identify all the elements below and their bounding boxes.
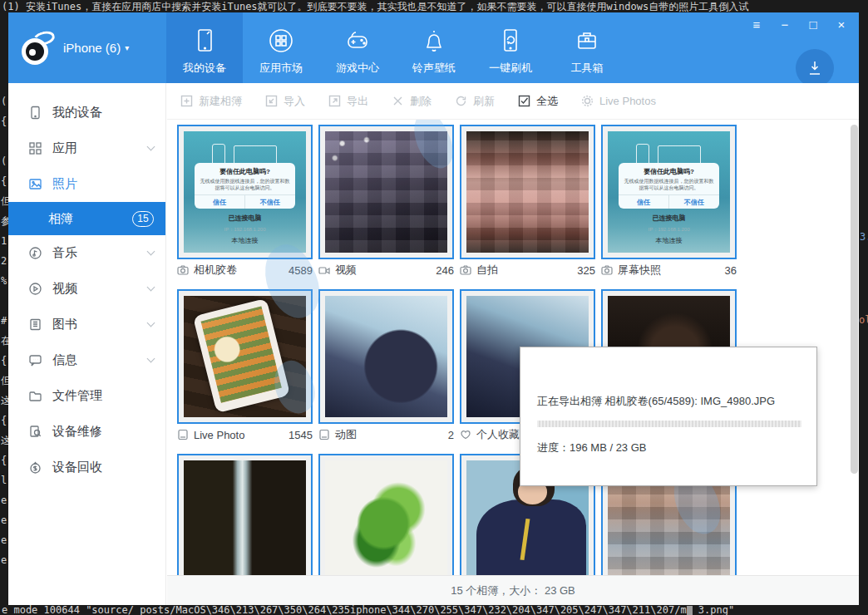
album-name: 动图 bbox=[335, 427, 357, 442]
sidebar-item-music[interactable]: 音乐 bbox=[8, 235, 165, 271]
album-tile-videos[interactable] bbox=[318, 125, 454, 259]
nav-tab-label: 铃声壁纸 bbox=[412, 61, 456, 76]
album-name: 相机胶卷 bbox=[194, 263, 237, 278]
album-label: 相机胶卷 4589 bbox=[177, 263, 313, 278]
progress-label: 进度： bbox=[537, 441, 570, 454]
repair-icon bbox=[28, 425, 42, 439]
album-tile-gif[interactable] bbox=[318, 289, 454, 424]
close-button[interactable]: × bbox=[832, 17, 851, 32]
nav-tab-app-market[interactable]: 应用市场 bbox=[243, 12, 319, 83]
live-photos-button[interactable]: Live Photos bbox=[581, 95, 656, 107]
sidebar-item-my-device[interactable]: 我的设备 bbox=[8, 95, 165, 130]
video-icon bbox=[28, 282, 42, 296]
nav-tab-flash[interactable]: 一键刷机 bbox=[472, 12, 549, 83]
import-button[interactable]: 导入 bbox=[265, 94, 305, 109]
distrust-button: 不信任 bbox=[245, 195, 295, 209]
trust-body: 无线或使用数据线连接后，您的设置和数据将可以从这台电脑访问。 bbox=[622, 178, 716, 191]
sidebar-item-device-repair[interactable]: 设备维修 bbox=[8, 414, 165, 450]
briefcase-icon bbox=[573, 27, 601, 55]
nav-tab-ringtone-wallpaper[interactable]: 铃声壁纸 bbox=[396, 12, 472, 83]
sidebar-item-label: 相簿 bbox=[48, 211, 132, 227]
refresh-icon bbox=[455, 95, 467, 107]
nav-tab-my-device[interactable]: 我的设备 bbox=[166, 12, 243, 83]
album-label: 屏幕快照 36 bbox=[601, 263, 737, 278]
album-count-badge: 15 bbox=[132, 211, 154, 227]
photo-icon bbox=[28, 177, 42, 191]
checkbox-checked-icon bbox=[518, 95, 530, 107]
album-cover bbox=[466, 131, 589, 253]
album-name: 视频 bbox=[335, 263, 357, 278]
album-tile-camera-roll[interactable]: 要信任此电脑吗? 无线或使用数据线连接后，您的设置和数据将可以从这台电脑访问。 … bbox=[177, 125, 313, 259]
minimize-button[interactable]: − bbox=[776, 17, 794, 32]
album-cover bbox=[184, 296, 306, 417]
phone-icon bbox=[28, 106, 42, 120]
album-label: Live Photo 1545 bbox=[177, 427, 313, 442]
export-button[interactable]: 导出 bbox=[328, 94, 368, 109]
maximize-button[interactable]: □ bbox=[804, 17, 822, 32]
album-tile[interactable] bbox=[177, 454, 313, 575]
sidebar-item-label: 设备维修 bbox=[52, 424, 154, 440]
scrollbar bbox=[851, 121, 858, 573]
camera-icon bbox=[460, 264, 471, 276]
sidebar-item-albums[interactable]: 相簿 15 bbox=[8, 202, 165, 235]
hoodie-shape bbox=[476, 499, 586, 575]
new-album-button[interactable]: 新建相簿 bbox=[180, 94, 242, 109]
sidebar-item-file-manager[interactable]: 文件管理 bbox=[8, 378, 165, 414]
album-label: 自拍 325 bbox=[460, 263, 595, 278]
sidebar-item-apps[interactable]: 应用 bbox=[8, 130, 165, 166]
album-name: 屏幕快照 bbox=[618, 263, 661, 278]
camera-icon bbox=[177, 264, 189, 276]
sidebar-item-label: 文件管理 bbox=[52, 388, 154, 404]
delete-button[interactable]: 删除 bbox=[392, 94, 432, 109]
sidebar-item-device-recycle[interactable]: 设备回收 bbox=[8, 450, 165, 485]
select-all-button[interactable]: 全选 bbox=[518, 94, 558, 109]
trust-body: 无线或使用数据线连接后，您的设置和数据将可以从这台电脑访问。 bbox=[198, 178, 292, 191]
sidebar-item-messages[interactable]: 信息 bbox=[8, 342, 165, 378]
toolbar-button-label: Live Photos bbox=[599, 95, 656, 107]
device-selector[interactable]: iPhone (6) ▾ bbox=[63, 41, 129, 55]
connected-label: 已连接电脑 bbox=[608, 214, 730, 223]
sidebar-item-label: 信息 bbox=[52, 352, 138, 368]
download-icon bbox=[806, 59, 824, 77]
download-manager-button[interactable] bbox=[796, 49, 834, 87]
album-label-row: 相机胶卷 4589 视频 246 自拍 325 屏幕快照 36 bbox=[177, 263, 849, 278]
progress-bar bbox=[537, 421, 801, 427]
recycle-value-icon bbox=[28, 460, 42, 475]
sidebar-item-label: 应用 bbox=[52, 140, 138, 156]
sidebar-item-books[interactable]: 图书 bbox=[8, 307, 165, 342]
album-label: 动图 2 bbox=[318, 427, 454, 442]
bell-icon bbox=[420, 27, 448, 55]
sidebar-item-photos[interactable]: 照片 bbox=[8, 166, 165, 202]
window-controls: ≡ − □ × bbox=[747, 17, 851, 32]
album-cover bbox=[325, 131, 447, 253]
local-label: 本地连接 bbox=[608, 236, 730, 245]
album-tile-selfies[interactable] bbox=[460, 125, 595, 259]
album-cover: 要信任此电脑吗? 无线或使用数据线连接后，您的设置和数据将可以从这台电脑访问。 … bbox=[184, 131, 306, 253]
refresh-button[interactable]: 刷新 bbox=[455, 94, 495, 109]
nav-tab-label: 工具箱 bbox=[571, 61, 604, 76]
scrollbar-thumb[interactable] bbox=[851, 125, 858, 474]
sidebar-item-videos[interactable]: 视频 bbox=[8, 271, 165, 307]
nav-tab-toolbox[interactable]: 工具箱 bbox=[549, 12, 625, 83]
album-tile-live-photo[interactable] bbox=[177, 289, 313, 424]
phone-photo bbox=[192, 298, 289, 412]
nav-tab-label: 应用市场 bbox=[259, 61, 303, 76]
toolbar-button-label: 刷新 bbox=[473, 94, 495, 109]
chevron-down-icon bbox=[147, 248, 155, 256]
trust-buttons: 信任 不信任 bbox=[619, 194, 719, 209]
content-area: 新建相簿 导入 导出 删除 刷新 全选 bbox=[167, 83, 859, 605]
album-tile-screenshots[interactable]: 要信任此电脑吗? 无线或使用数据线连接后，您的设置和数据将可以从这台电脑访问。 … bbox=[601, 125, 737, 259]
album-cover bbox=[325, 460, 447, 575]
trust-dialog: 要信任此电脑吗? 无线或使用数据线连接后，您的设置和数据将可以从这台电脑访问。 … bbox=[619, 163, 719, 209]
toolbar-button-label: 导出 bbox=[347, 94, 368, 109]
menu-icon[interactable]: ≡ bbox=[747, 17, 766, 32]
chevron-down-icon bbox=[147, 143, 155, 151]
gamepad-icon bbox=[343, 27, 372, 55]
album-count: 325 bbox=[577, 264, 595, 277]
album-tile[interactable] bbox=[318, 454, 454, 575]
phone-refresh-icon bbox=[496, 27, 525, 55]
chevron-down-icon: ▾ bbox=[125, 43, 129, 52]
trust-dialog: 要信任此电脑吗? 无线或使用数据线连接后，您的设置和数据将可以从这台电脑访问。 … bbox=[195, 163, 295, 209]
nav-tab-game-center[interactable]: 游戏中心 bbox=[319, 12, 396, 83]
album-count: 1545 bbox=[289, 429, 313, 441]
